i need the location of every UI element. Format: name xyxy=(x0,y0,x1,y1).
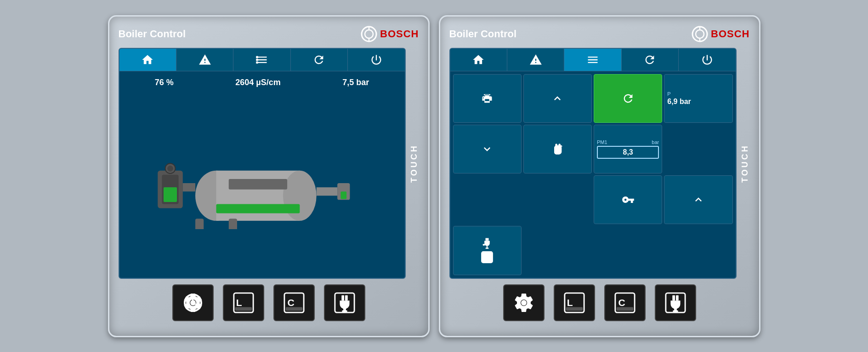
svg-rect-54 xyxy=(675,295,678,300)
svg-rect-10 xyxy=(182,183,195,191)
grid-cell-key[interactable] xyxy=(594,175,662,224)
svg-rect-53 xyxy=(672,295,675,300)
panel-2-header: Boiler Control BOSCH xyxy=(449,26,750,42)
list-l-btn-1[interactable]: L xyxy=(223,284,264,321)
refresh-icon xyxy=(312,53,325,66)
plug-btn-2[interactable] xyxy=(655,284,696,321)
svg-rect-26 xyxy=(235,307,251,311)
grid-cell-empty1 xyxy=(664,125,732,173)
key-icon xyxy=(622,193,635,206)
list-icon xyxy=(255,53,268,66)
panel-1-screen: 76 % 2604 µS/cm 7,5 bar xyxy=(119,48,406,279)
list-c-icon-1: C xyxy=(283,292,305,314)
grid-cell-empty6 xyxy=(664,226,732,275)
svg-rect-34 xyxy=(342,310,347,312)
bosch-logo-1: BOSCH xyxy=(361,26,419,42)
bosch-ring-icon xyxy=(361,26,377,42)
svg-rect-16 xyxy=(316,187,337,196)
svg-rect-19 xyxy=(195,219,204,229)
nav-warning-btn-1[interactable] xyxy=(176,49,233,71)
settings-btn-1[interactable] xyxy=(172,284,214,321)
svg-rect-32 xyxy=(345,295,347,300)
list-icon-2 xyxy=(586,53,599,66)
svg-text:C: C xyxy=(287,297,294,307)
refresh-icon-2 xyxy=(643,53,656,66)
list-l-btn-2[interactable]: L xyxy=(554,284,595,321)
panel-2-touch: TOUCH xyxy=(740,48,750,279)
panels-container: Boiler Control BOSCH xyxy=(99,6,770,346)
home-icon xyxy=(141,53,154,66)
grid-cell-empty3 xyxy=(523,175,592,224)
panel-1-title: Boiler Control xyxy=(119,28,186,40)
grid-cell-empty5 xyxy=(594,226,662,275)
svg-rect-39 xyxy=(486,238,488,241)
grid-cell-printer[interactable] xyxy=(453,74,522,123)
list-c-btn-2[interactable]: C xyxy=(604,284,646,321)
list-c-icon-2: C xyxy=(614,292,636,314)
grid-cell-down1[interactable] xyxy=(453,125,522,173)
svg-rect-15 xyxy=(216,204,300,213)
grid-container: P 6,9 bar PM1 bar xyxy=(453,74,733,275)
settings-btn-2[interactable] xyxy=(503,284,545,321)
bosch-logo-2: BOSCH xyxy=(692,26,749,42)
boiler-visualization xyxy=(124,93,400,273)
panel-1-bottom-buttons: L C xyxy=(119,279,419,327)
list-c-btn-1[interactable]: C xyxy=(273,284,315,321)
pm1-value: 8,3 xyxy=(597,146,659,159)
power-icon-2 xyxy=(701,53,714,66)
grid-cell-arrow-up2[interactable] xyxy=(664,175,732,224)
svg-rect-48 xyxy=(566,307,582,311)
grid-cell-up1[interactable] xyxy=(523,74,592,123)
svg-rect-51 xyxy=(616,307,633,311)
bosch-ring-icon-2 xyxy=(692,26,708,42)
plug-btn-1[interactable] xyxy=(324,284,365,321)
svg-rect-4 xyxy=(256,56,258,58)
grid-cell-empty4 xyxy=(523,226,592,275)
nav-home-btn-1[interactable] xyxy=(119,49,176,71)
grid-cell-hand[interactable] xyxy=(523,125,592,173)
svg-rect-9 xyxy=(163,187,176,202)
grid-cell-p: P 6,9 bar xyxy=(664,74,732,123)
pressure-stat: 7,5 bar xyxy=(342,78,369,87)
stats-row-1: 76 % 2604 µS/cm 7,5 bar xyxy=(124,76,400,89)
nav-refresh-btn-2[interactable] xyxy=(622,49,679,71)
svg-text:L: L xyxy=(236,297,242,307)
screen-small-icon xyxy=(481,251,494,264)
nav-list-btn-1[interactable] xyxy=(233,49,290,71)
panel-2-screen-content: P 6,9 bar PM1 bar xyxy=(450,71,736,278)
nav-warning-btn-2[interactable] xyxy=(507,49,564,71)
nav-home-btn-2[interactable] xyxy=(450,49,507,71)
p-value: 6,9 bar xyxy=(667,98,691,106)
warning-icon-2 xyxy=(529,53,542,66)
p-label: P xyxy=(667,91,670,97)
grid-cell-plug2[interactable] xyxy=(453,226,522,275)
grid-cell-empty2 xyxy=(453,175,522,224)
svg-text:L: L xyxy=(567,297,573,307)
svg-rect-42 xyxy=(486,248,489,249)
svg-rect-20 xyxy=(228,219,237,229)
panel-2: Boiler Control BOSCH xyxy=(439,15,760,337)
svg-point-1 xyxy=(365,30,373,38)
refresh-green-icon xyxy=(622,92,635,105)
grid-cell-refresh-green[interactable] xyxy=(594,74,662,123)
pm1-unit: bar xyxy=(652,139,659,145)
nav-power-btn-2[interactable] xyxy=(679,49,735,71)
panel-2-title: Boiler Control xyxy=(449,28,517,40)
svg-point-45 xyxy=(521,300,527,306)
plug-icon-btn-2 xyxy=(664,292,686,314)
nav-list-btn-2[interactable] xyxy=(564,49,621,71)
nav-refresh-btn-1[interactable] xyxy=(291,49,348,71)
svg-text:C: C xyxy=(618,297,625,307)
panel-2-screen: P 6,9 bar PM1 bar xyxy=(449,48,737,279)
panel-2-body: P 6,9 bar PM1 bar xyxy=(449,48,750,279)
power-icon xyxy=(370,53,383,66)
nav-power-btn-1[interactable] xyxy=(348,49,404,71)
svg-rect-56 xyxy=(673,310,678,312)
panel-1-body: 76 % 2604 µS/cm 7,5 bar xyxy=(119,48,419,279)
svg-point-36 xyxy=(696,30,704,38)
svg-rect-44 xyxy=(482,252,492,262)
warning-icon xyxy=(199,53,211,66)
panel-1-touch: TOUCH xyxy=(409,48,419,279)
arrow-up-icon-2 xyxy=(692,193,705,206)
svg-rect-18 xyxy=(340,191,346,199)
